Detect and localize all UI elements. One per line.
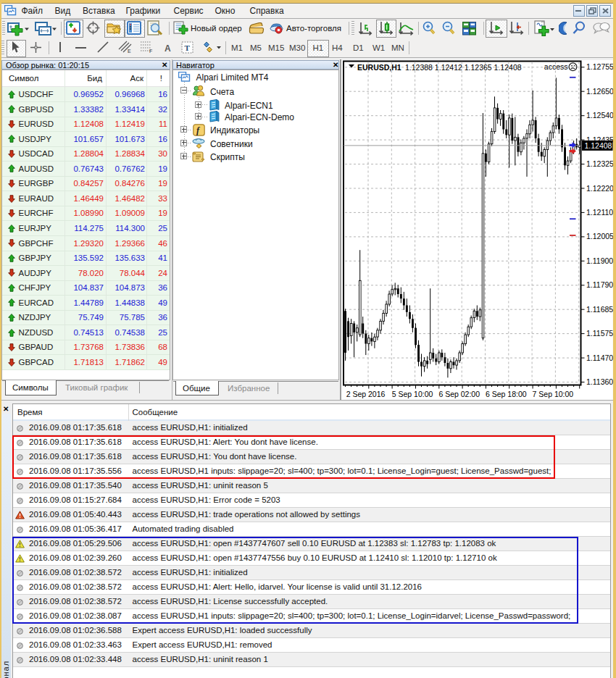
svg-text:7 Sep 10:00: 7 Sep 10:00 [533, 389, 574, 398]
svg-text:1.12110: 1.12110 [586, 207, 613, 216]
svg-text:6 Sep 18:00: 6 Sep 18:00 [486, 389, 527, 398]
svg-text:1.12325: 1.12325 [586, 159, 613, 168]
svg-text:1.11470: 1.11470 [586, 353, 613, 361]
svg-text:1.12540: 1.12540 [586, 111, 613, 120]
svg-text:1.11685: 1.11685 [586, 304, 613, 313]
svg-text:1.12650: 1.12650 [586, 86, 613, 95]
svg-text:access: access [544, 62, 568, 71]
svg-text:1.12755: 1.12755 [586, 62, 613, 71]
svg-text:1.11790: 1.11790 [586, 280, 613, 289]
svg-text:5 Sep 10:00: 5 Sep 10:00 [392, 389, 433, 398]
svg-text:EURUSD,H1: EURUSD,H1 [357, 62, 401, 71]
svg-text:1.11360: 1.11360 [586, 377, 613, 386]
svg-text:1.11900: 1.11900 [586, 256, 613, 264]
svg-text:2 Sep 2016: 2 Sep 2016 [346, 389, 386, 398]
svg-text:6 Sep 02:00: 6 Sep 02:00 [438, 389, 480, 398]
svg-text:1.12005: 1.12005 [586, 232, 613, 240]
svg-text:1.12388 1.12412 1.12365 1.1240: 1.12388 1.12412 1.12365 1.12408 [405, 62, 522, 71]
svg-text:E: E [128, 49, 131, 54]
svg-text:F: F [149, 49, 152, 54]
svg-text:T: T [185, 43, 191, 52]
svg-text:1.11575: 1.11575 [586, 329, 613, 338]
svg-text:1.12220: 1.12220 [586, 183, 613, 192]
svg-text:1.12408: 1.12408 [585, 141, 612, 149]
